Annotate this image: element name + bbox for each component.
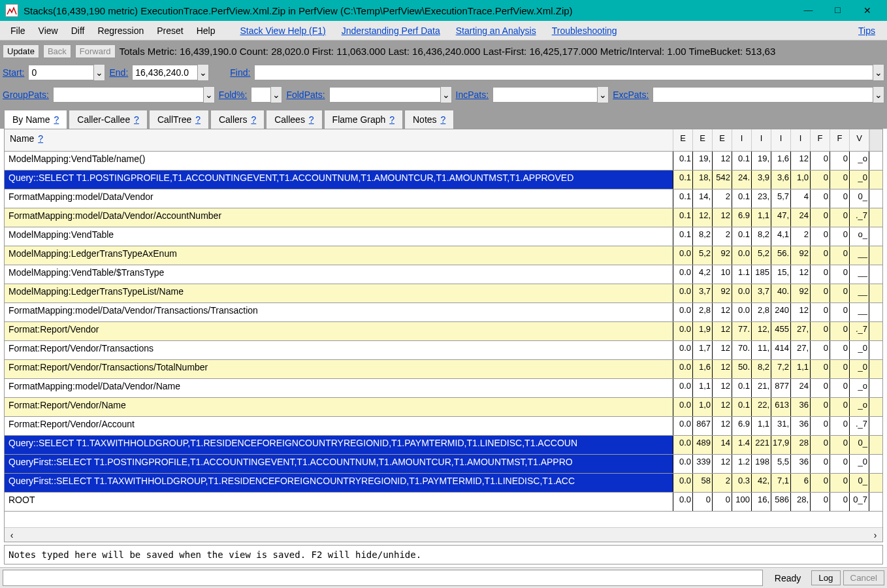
tab-caller-callee[interactable]: Caller-Callee ? [69, 110, 148, 129]
table-row[interactable]: FormatMapping:model/Data/Vendor/Transact… [5, 303, 882, 322]
grouppats-label[interactable]: GroupPats: [3, 90, 49, 100]
cell-name[interactable]: ModelMapping:VendTable [5, 227, 673, 246]
incpats-dropdown-icon[interactable]: ⌄ [597, 86, 609, 103]
table-row[interactable]: Format:Report/Vendor/Transactions/TotalN… [5, 360, 882, 379]
foldpats-dropdown-icon[interactable]: ⌄ [440, 86, 452, 103]
status-input[interactable] [3, 570, 763, 586]
foldpct-label[interactable]: Fold%: [219, 90, 248, 100]
scrollbar-track[interactable] [869, 129, 882, 151]
tab-by-name[interactable]: By Name ? [4, 110, 67, 129]
end-input[interactable] [132, 65, 197, 80]
end-label[interactable]: End: [109, 67, 128, 78]
tab-help-icon[interactable]: ? [309, 114, 314, 125]
menu-file[interactable]: File [4, 23, 32, 39]
cancel-button[interactable]: Cancel [843, 570, 885, 585]
table-row[interactable]: Format:Report/Vendor/Account0.0867126.91… [5, 417, 882, 436]
cell-name[interactable]: ModelMapping:LedgerTransTypeList/Name [5, 284, 673, 302]
col-header[interactable]: I [732, 129, 752, 151]
tab-calltree[interactable]: CallTree ? [149, 110, 209, 129]
excpats-input[interactable] [653, 87, 873, 103]
col-header[interactable]: V [850, 129, 869, 151]
find-input[interactable] [254, 65, 873, 80]
cell-name[interactable]: FormatMapping:model/Data/Vendor/AccountN… [5, 208, 673, 227]
end-dropdown-icon[interactable]: ⌄ [197, 64, 209, 81]
menu-view[interactable]: View [32, 23, 65, 39]
start-label[interactable]: Start: [3, 67, 24, 78]
close-button[interactable]: ✕ [852, 1, 882, 20]
tab-flame-graph[interactable]: Flame Graph ? [324, 110, 403, 129]
minimize-button[interactable]: — [794, 1, 823, 20]
col-header[interactable]: F [830, 129, 850, 151]
table-row[interactable]: Format:Report/Vendor0.01,91277.12,45527,… [5, 322, 882, 341]
menu-diff[interactable]: Diff [65, 23, 91, 39]
table-row[interactable]: QueryFirst::SELECT T1.POSTINGPROFILE,T1.… [5, 455, 882, 474]
link-understanding-perf-data[interactable]: Jnderstanding Perf Data [334, 23, 448, 39]
incpats-label[interactable]: IncPats: [456, 90, 489, 100]
cell-name[interactable]: Format:Report/Vendor/Transactions/TotalN… [5, 360, 673, 378]
col-header[interactable]: F [811, 129, 830, 151]
col-help-icon[interactable]: ? [38, 133, 43, 144]
link-troubleshooting[interactable]: Troubleshooting [544, 23, 625, 39]
cell-name[interactable]: FormatMapping:model/Data/Vendor/Transact… [5, 303, 673, 321]
horizontal-scrollbar[interactable]: ‹ › [5, 527, 882, 542]
link-starting-analysis[interactable]: Starting an Analysis [448, 23, 544, 39]
cell-name[interactable]: FormatMapping:model/Data/Vendor/Name [5, 379, 673, 397]
tab-callees[interactable]: Callees ? [266, 110, 322, 129]
excpats-label[interactable]: ExcPats: [613, 90, 649, 100]
tab-help-icon[interactable]: ? [389, 114, 395, 125]
menu-regression[interactable]: Regression [91, 23, 150, 39]
table-row[interactable]: FormatMapping:model/Data/Vendor/AccountN… [5, 208, 882, 227]
grouppats-input[interactable] [53, 87, 203, 103]
table-row[interactable]: ROOT0.00010016,58628,000_7 [5, 493, 882, 512]
col-header[interactable]: E [713, 129, 732, 151]
table-row[interactable]: ModelMapping:LedgerTransTypeAxEnum0.05,2… [5, 246, 882, 265]
cell-name[interactable]: Format:Report/Vendor/Account [5, 417, 673, 435]
col-header[interactable]: E [693, 129, 713, 151]
col-name[interactable]: Name ? [5, 129, 673, 151]
start-input[interactable] [28, 65, 93, 80]
cell-name[interactable]: Format:Report/Vendor/Name [5, 398, 673, 416]
col-header[interactable]: I [791, 129, 811, 151]
table-row[interactable]: Query::SELECT T1.POSTINGPROFILE,T1.ACCOU… [5, 171, 882, 189]
cell-name[interactable]: ModelMapping:VendTable/$TransType [5, 265, 673, 284]
update-button[interactable]: Update [3, 44, 39, 58]
table-row[interactable]: Format:Report/Vendor/Name0.01,0120.122,6… [5, 398, 882, 417]
table-row[interactable]: FormatMapping:model/Data/Vendor0.114,20.… [5, 189, 882, 208]
table-row[interactable]: Query::SELECT T1.TAXWITHHOLDGROUP,T1.RES… [5, 436, 882, 455]
table-row[interactable]: ModelMapping:VendTable0.18,220.18,24,120… [5, 227, 882, 246]
cell-name[interactable]: ROOT [5, 493, 673, 511]
foldpats-label[interactable]: FoldPats: [286, 90, 325, 100]
tab-help-icon[interactable]: ? [134, 114, 139, 125]
foldpct-dropdown-icon[interactable]: ⌄ [270, 86, 282, 103]
scroll-right-icon[interactable]: › [868, 530, 882, 540]
cell-name[interactable]: Query::SELECT T1.POSTINGPROFILE,T1.ACCOU… [5, 171, 673, 189]
grouppats-dropdown-icon[interactable]: ⌄ [203, 86, 215, 103]
table-row[interactable]: QueryFirst::SELECT T1.TAXWITHHOLDGROUP,T… [5, 474, 882, 493]
tab-help-icon[interactable]: ? [251, 114, 256, 125]
tab-help-icon[interactable]: ? [440, 114, 445, 125]
cell-name[interactable]: Query::SELECT T1.TAXWITHHOLDGROUP,T1.RES… [5, 436, 673, 454]
col-header[interactable]: E [673, 129, 693, 151]
link-stack-view-help[interactable]: Stack View Help (F1) [233, 23, 334, 39]
forward-button[interactable]: Forward [75, 44, 116, 58]
notes-area[interactable]: Notes typed here will be saved when the … [4, 545, 883, 564]
foldpct-input[interactable] [251, 87, 270, 103]
cell-name[interactable]: Format:Report/Vendor [5, 322, 673, 340]
cell-name[interactable]: Format:Report/Vendor/Transactions [5, 341, 673, 359]
cell-name[interactable]: ModelMapping:VendTable/name() [5, 152, 673, 170]
excpats-dropdown-icon[interactable]: ⌄ [873, 86, 884, 103]
log-button[interactable]: Log [811, 570, 840, 585]
cell-name[interactable]: QueryFirst::SELECT T1.POSTINGPROFILE,T1.… [5, 455, 673, 473]
tab-help-icon[interactable]: ? [195, 114, 201, 125]
maximize-button[interactable]: □ [823, 1, 852, 20]
foldpats-input[interactable] [329, 87, 440, 103]
find-label[interactable]: Find: [230, 67, 250, 78]
cell-name[interactable]: QueryFirst::SELECT T1.TAXWITHHOLDGROUP,T… [5, 474, 673, 492]
incpats-input[interactable] [492, 87, 597, 103]
tab-help-icon[interactable]: ? [54, 114, 59, 125]
tab-notes[interactable]: Notes ? [404, 110, 454, 129]
cell-name[interactable]: ModelMapping:LedgerTransTypeAxEnum [5, 246, 673, 265]
back-button[interactable]: Back [43, 44, 71, 58]
start-dropdown-icon[interactable]: ⌄ [93, 64, 105, 81]
scroll-left-icon[interactable]: ‹ [5, 530, 19, 540]
